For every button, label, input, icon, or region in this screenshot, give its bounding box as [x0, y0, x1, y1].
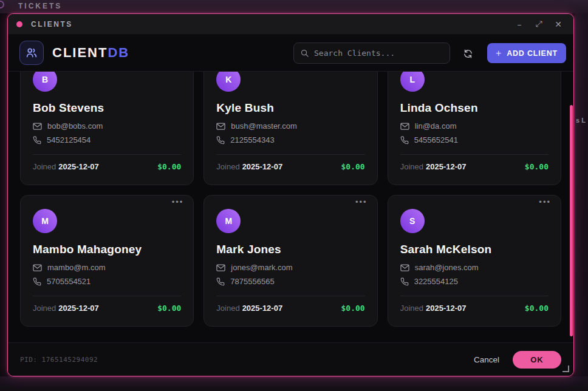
clients-window: CLIENTS – ⤢ ✕ CLIENTDB: [7, 13, 574, 376]
phone-icon: [400, 136, 409, 144]
card-divider: [400, 154, 549, 155]
client-phone-row: 5455652541: [400, 135, 549, 145]
joined-date: 2025-12-07: [426, 304, 467, 313]
phone-icon: [216, 136, 225, 144]
avatar-initial: M: [225, 216, 232, 226]
joined-label: Joined: [400, 304, 423, 313]
client-card[interactable]: ••• S Sarah McKelson sarah@jones.com 322…: [388, 195, 561, 327]
joined-label: Joined: [400, 162, 423, 171]
card-footer: Joined2025-12-07 $0.00: [33, 304, 181, 313]
ok-button[interactable]: OK: [513, 351, 561, 369]
client-email: jones@mark.com: [231, 263, 292, 272]
avatar-initial: B: [42, 75, 48, 84]
client-email: lin@da.com: [415, 121, 457, 131]
client-card[interactable]: ••• K Kyle Bush bush@master.com 21255543…: [203, 72, 377, 185]
card-footer: Joined2025-12-07 $0.00: [33, 162, 181, 171]
joined-info: Joined2025-12-07: [33, 162, 99, 171]
app-title-secondary: DB: [108, 45, 129, 60]
card-menu-button[interactable]: •••: [355, 198, 368, 206]
footer-actions: Cancel OK: [474, 351, 561, 369]
client-phone: 2125554343: [230, 135, 274, 144]
client-phone-row: 7875556565: [216, 276, 364, 287]
window-titlebar[interactable]: CLIENTS – ⤢ ✕: [8, 14, 573, 35]
client-avatar: K: [216, 72, 241, 92]
client-balance: $0.00: [525, 162, 549, 171]
client-card[interactable]: ••• L Linda Ochsen lin@da.com 5455652541: [388, 72, 561, 185]
client-email-row: lin@da.com: [400, 121, 549, 131]
client-balance: $0.00: [341, 162, 365, 171]
avatar-initial: S: [409, 216, 415, 226]
email-icon: [33, 123, 42, 130]
card-footer: Joined2025-12-07 $0.00: [216, 304, 364, 313]
phone-icon: [216, 277, 225, 286]
scrollbar-thumb[interactable]: [570, 105, 573, 336]
client-phone-row: 5452125454: [33, 135, 181, 145]
client-phone: 3225554125: [414, 277, 458, 286]
window-title: CLIENTS: [31, 20, 73, 29]
email-icon: [400, 264, 409, 271]
client-name: Sarah McKelson: [400, 243, 549, 256]
card-divider: [33, 296, 181, 296]
card-footer: Joined2025-12-07 $0.00: [400, 162, 549, 171]
joined-date: 2025-12-07: [58, 304, 99, 313]
client-phone-row: 3225554125: [400, 276, 549, 287]
client-email-row: bob@bobs.com: [33, 121, 181, 131]
email-icon: [33, 264, 42, 271]
client-avatar: B: [33, 72, 57, 92]
client-email: bush@master.com: [231, 121, 297, 131]
client-phone-row: 5705554521: [33, 276, 181, 287]
pid-label: PID: 1765145294092: [20, 356, 98, 364]
client-email-row: sarah@jones.com: [400, 262, 549, 273]
client-card[interactable]: ••• M Mark Jones jones@mark.com 78755565…: [203, 195, 377, 327]
email-icon: [216, 123, 225, 130]
add-client-button[interactable]: + ADD CLIENT: [487, 43, 566, 63]
app-header: CLIENTDB + ADD CLIENT: [8, 35, 573, 72]
client-balance: $0.00: [525, 304, 549, 313]
search-box[interactable]: [293, 42, 450, 64]
client-email-row: bush@master.com: [216, 121, 364, 131]
joined-date: 2025-12-07: [242, 162, 283, 171]
client-card[interactable]: ••• B Bob Stevens bob@bobs.com 545212545…: [20, 72, 194, 185]
client-phone: 7875556565: [230, 277, 274, 286]
phone-icon: [33, 136, 41, 144]
joined-info: Joined2025-12-07: [216, 304, 282, 313]
client-email-row: jones@mark.com: [216, 262, 364, 273]
maximize-button[interactable]: ⤢: [532, 18, 545, 31]
minimize-button[interactable]: –: [513, 18, 526, 31]
joined-info: Joined2025-12-07: [400, 162, 467, 171]
client-name: Linda Ochsen: [400, 101, 549, 115]
joined-label: Joined: [33, 304, 56, 313]
avatar-initial: M: [41, 216, 49, 226]
joined-date: 2025-12-07: [58, 162, 99, 171]
close-button[interactable]: ✕: [552, 18, 565, 31]
resize-grip[interactable]: [562, 365, 569, 372]
phone-icon: [33, 277, 41, 286]
card-menu-button[interactable]: •••: [172, 198, 184, 206]
card-divider: [33, 154, 181, 155]
background-bottom-strip: [0, 376, 588, 391]
app-title-primary: CLIENT: [52, 45, 108, 60]
joined-date: 2025-12-07: [242, 304, 283, 313]
joined-label: Joined: [216, 304, 239, 313]
client-avatar: S: [400, 209, 425, 233]
client-phone-row: 2125554343: [216, 135, 364, 145]
cancel-button[interactable]: Cancel: [474, 355, 499, 364]
client-email: bob@bobs.com: [47, 121, 103, 131]
window-status-dot-icon: [16, 21, 22, 27]
joined-label: Joined: [33, 162, 56, 171]
client-grid-viewport[interactable]: ••• B Bob Stevens bob@bobs.com 545212545…: [8, 72, 573, 344]
refresh-button[interactable]: [461, 47, 474, 60]
card-menu-button[interactable]: •••: [539, 198, 551, 206]
client-name: Mambo Mahagoney: [33, 243, 181, 256]
client-phone: 5705554521: [47, 277, 91, 286]
client-name: Mark Jones: [216, 243, 364, 256]
window-footer: PID: 1765145294092 Cancel OK: [8, 342, 573, 376]
client-balance: $0.00: [341, 304, 365, 313]
search-input[interactable]: [314, 49, 443, 58]
client-phone: 5452125454: [47, 135, 91, 144]
client-balance: $0.00: [157, 304, 181, 313]
email-icon: [400, 123, 409, 130]
client-avatar: M: [216, 209, 241, 233]
joined-info: Joined2025-12-07: [400, 304, 467, 313]
client-card[interactable]: ••• M Mambo Mahagoney mambo@m.com 570555…: [20, 195, 194, 327]
